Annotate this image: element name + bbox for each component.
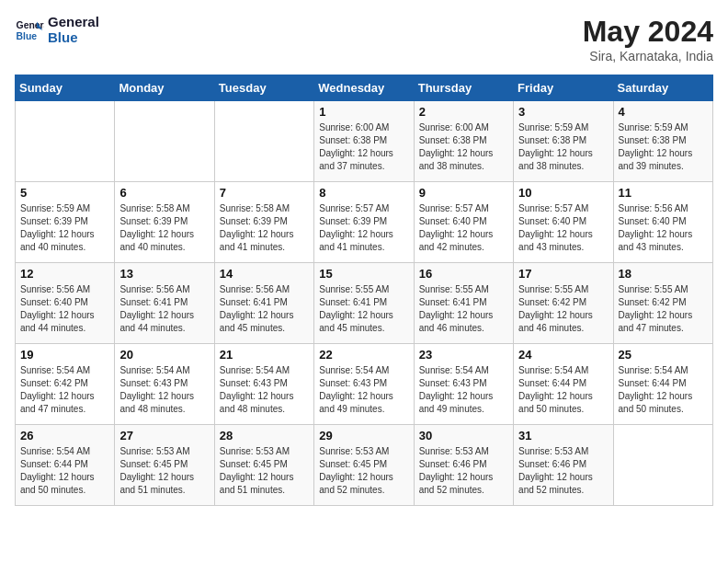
day-number: 3	[518, 105, 608, 119]
day-number: 10	[518, 186, 608, 200]
day-info: Sunrise: 5:57 AM Sunset: 6:39 PM Dayligh…	[319, 202, 408, 254]
calendar-cell	[613, 425, 712, 506]
day-info: Sunrise: 5:56 AM Sunset: 6:41 PM Dayligh…	[119, 283, 209, 335]
calendar-cell	[214, 101, 313, 182]
calendar-cell: 27Sunrise: 5:53 AM Sunset: 6:45 PM Dayli…	[115, 425, 214, 506]
day-info: Sunrise: 5:56 AM Sunset: 6:41 PM Dayligh…	[220, 283, 309, 335]
day-number: 8	[319, 186, 408, 200]
calendar-table: SundayMondayTuesdayWednesdayThursdayFrid…	[15, 75, 713, 506]
calendar-cell: 2Sunrise: 6:00 AM Sunset: 6:38 PM Daylig…	[414, 101, 513, 182]
logo-line1: General	[48, 15, 99, 30]
calendar-cell: 21Sunrise: 5:54 AM Sunset: 6:43 PM Dayli…	[214, 344, 313, 425]
day-number: 6	[119, 186, 209, 200]
calendar-cell: 12Sunrise: 5:56 AM Sunset: 6:40 PM Dayli…	[16, 263, 115, 344]
calendar-cell: 8Sunrise: 5:57 AM Sunset: 6:39 PM Daylig…	[314, 182, 414, 263]
day-info: Sunrise: 5:58 AM Sunset: 6:39 PM Dayligh…	[119, 202, 209, 254]
day-number: 16	[419, 267, 508, 281]
day-info: Sunrise: 6:00 AM Sunset: 6:38 PM Dayligh…	[319, 121, 408, 173]
day-info: Sunrise: 5:58 AM Sunset: 6:39 PM Dayligh…	[220, 202, 309, 254]
calendar-cell: 30Sunrise: 5:53 AM Sunset: 6:46 PM Dayli…	[414, 425, 513, 506]
calendar-cell: 25Sunrise: 5:54 AM Sunset: 6:44 PM Dayli…	[613, 344, 712, 425]
calendar-cell: 20Sunrise: 5:54 AM Sunset: 6:43 PM Dayli…	[115, 344, 214, 425]
calendar-cell: 1Sunrise: 6:00 AM Sunset: 6:38 PM Daylig…	[314, 101, 414, 182]
day-number: 30	[419, 429, 508, 442]
day-info: Sunrise: 5:59 AM Sunset: 6:39 PM Dayligh…	[20, 202, 109, 254]
day-number: 28	[220, 429, 309, 442]
day-info: Sunrise: 5:54 AM Sunset: 6:42 PM Dayligh…	[20, 364, 109, 416]
day-number: 22	[319, 348, 408, 362]
day-number: 17	[518, 267, 608, 281]
day-number: 2	[419, 105, 508, 119]
weekday-header: Tuesday	[214, 75, 313, 101]
day-info: Sunrise: 5:53 AM Sunset: 6:46 PM Dayligh…	[518, 445, 608, 497]
weekday-header: Friday	[514, 75, 613, 101]
calendar-cell: 29Sunrise: 5:53 AM Sunset: 6:45 PM Dayli…	[314, 425, 414, 506]
calendar-cell	[16, 101, 115, 182]
day-info: Sunrise: 5:54 AM Sunset: 6:43 PM Dayligh…	[419, 364, 508, 416]
calendar-cell: 4Sunrise: 5:59 AM Sunset: 6:38 PM Daylig…	[613, 101, 712, 182]
day-info: Sunrise: 5:57 AM Sunset: 6:40 PM Dayligh…	[518, 202, 608, 254]
day-number: 15	[319, 267, 408, 281]
day-number: 21	[220, 348, 309, 362]
day-number: 29	[319, 429, 408, 442]
day-number: 25	[619, 348, 708, 362]
day-number: 20	[119, 348, 209, 362]
weekday-header: Thursday	[414, 75, 513, 101]
weekday-header: Wednesday	[314, 75, 414, 101]
day-number: 14	[220, 267, 309, 281]
calendar-cell: 28Sunrise: 5:53 AM Sunset: 6:45 PM Dayli…	[214, 425, 313, 506]
weekday-header: Sunday	[16, 75, 115, 101]
calendar-cell: 9Sunrise: 5:57 AM Sunset: 6:40 PM Daylig…	[414, 182, 513, 263]
day-info: Sunrise: 5:54 AM Sunset: 6:43 PM Dayligh…	[319, 364, 408, 416]
weekday-header: Saturday	[613, 75, 712, 101]
day-info: Sunrise: 5:59 AM Sunset: 6:38 PM Dayligh…	[619, 121, 708, 173]
day-info: Sunrise: 5:55 AM Sunset: 6:42 PM Dayligh…	[619, 283, 708, 335]
calendar-cell: 31Sunrise: 5:53 AM Sunset: 6:46 PM Dayli…	[514, 425, 613, 506]
calendar-cell: 13Sunrise: 5:56 AM Sunset: 6:41 PM Dayli…	[115, 263, 214, 344]
day-info: Sunrise: 5:54 AM Sunset: 6:44 PM Dayligh…	[20, 445, 109, 497]
day-number: 31	[518, 429, 608, 442]
day-info: Sunrise: 5:53 AM Sunset: 6:45 PM Dayligh…	[319, 445, 408, 497]
day-info: Sunrise: 5:57 AM Sunset: 6:40 PM Dayligh…	[419, 202, 508, 254]
calendar-cell: 14Sunrise: 5:56 AM Sunset: 6:41 PM Dayli…	[214, 263, 313, 344]
calendar-cell: 15Sunrise: 5:55 AM Sunset: 6:41 PM Dayli…	[314, 263, 414, 344]
calendar-cell: 6Sunrise: 5:58 AM Sunset: 6:39 PM Daylig…	[115, 182, 214, 263]
logo-line2: Blue	[48, 30, 99, 46]
title-block: May 2024 Sira, Karnataka, India	[583, 15, 713, 63]
day-number: 12	[20, 267, 109, 281]
day-info: Sunrise: 5:53 AM Sunset: 6:45 PM Dayligh…	[220, 445, 309, 497]
day-number: 23	[419, 348, 508, 362]
day-info: Sunrise: 5:54 AM Sunset: 6:43 PM Dayligh…	[220, 364, 309, 416]
calendar-cell: 11Sunrise: 5:56 AM Sunset: 6:40 PM Dayli…	[613, 182, 712, 263]
calendar-cell: 18Sunrise: 5:55 AM Sunset: 6:42 PM Dayli…	[613, 263, 712, 344]
day-info: Sunrise: 5:53 AM Sunset: 6:46 PM Dayligh…	[419, 445, 508, 497]
calendar-cell: 26Sunrise: 5:54 AM Sunset: 6:44 PM Dayli…	[16, 425, 115, 506]
weekday-header: Monday	[115, 75, 214, 101]
day-info: Sunrise: 5:54 AM Sunset: 6:44 PM Dayligh…	[619, 364, 708, 416]
day-info: Sunrise: 5:59 AM Sunset: 6:38 PM Dayligh…	[518, 121, 608, 173]
page-header: General Blue General Blue May 2024 Sira,…	[15, 15, 713, 63]
calendar-cell: 5Sunrise: 5:59 AM Sunset: 6:39 PM Daylig…	[16, 182, 115, 263]
day-info: Sunrise: 6:00 AM Sunset: 6:38 PM Dayligh…	[419, 121, 508, 173]
day-info: Sunrise: 5:54 AM Sunset: 6:44 PM Dayligh…	[518, 364, 608, 416]
calendar-cell: 7Sunrise: 5:58 AM Sunset: 6:39 PM Daylig…	[214, 182, 313, 263]
calendar-body: 1Sunrise: 6:00 AM Sunset: 6:38 PM Daylig…	[16, 101, 713, 506]
calendar-cell: 3Sunrise: 5:59 AM Sunset: 6:38 PM Daylig…	[514, 101, 613, 182]
calendar-cell: 22Sunrise: 5:54 AM Sunset: 6:43 PM Dayli…	[314, 344, 414, 425]
day-info: Sunrise: 5:54 AM Sunset: 6:43 PM Dayligh…	[119, 364, 209, 416]
day-number: 1	[319, 105, 408, 119]
logo: General Blue General Blue	[15, 15, 99, 45]
calendar-cell: 17Sunrise: 5:55 AM Sunset: 6:42 PM Dayli…	[514, 263, 613, 344]
calendar-cell: 19Sunrise: 5:54 AM Sunset: 6:42 PM Dayli…	[16, 344, 115, 425]
day-number: 19	[20, 348, 109, 362]
calendar-cell: 23Sunrise: 5:54 AM Sunset: 6:43 PM Dayli…	[414, 344, 513, 425]
svg-text:General: General	[17, 20, 44, 30]
calendar-cell	[115, 101, 214, 182]
logo-icon: General Blue	[15, 16, 44, 45]
svg-text:Blue: Blue	[17, 30, 38, 40]
day-info: Sunrise: 5:55 AM Sunset: 6:41 PM Dayligh…	[419, 283, 508, 335]
day-number: 26	[20, 429, 109, 442]
day-info: Sunrise: 5:56 AM Sunset: 6:40 PM Dayligh…	[619, 202, 708, 254]
day-number: 9	[419, 186, 508, 200]
day-info: Sunrise: 5:53 AM Sunset: 6:45 PM Dayligh…	[119, 445, 209, 497]
